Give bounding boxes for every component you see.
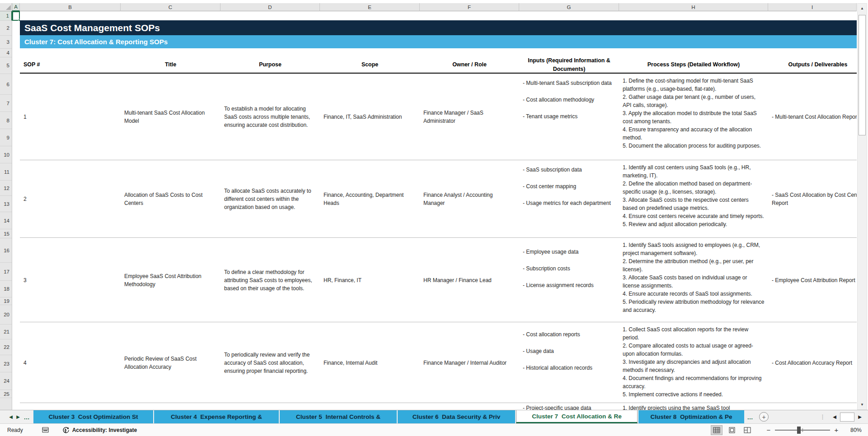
header-owner-role[interactable]: Owner / Role (420, 57, 519, 73)
row-header[interactable]: 23 (0, 355, 12, 372)
column-header[interactable]: C (121, 3, 221, 11)
cell-process-steps[interactable]: 1. Identify all cost centers using SaaS … (619, 160, 768, 238)
row-header[interactable]: 8 (0, 112, 12, 129)
selected-cell-a1[interactable] (12, 11, 20, 21)
column-header[interactable]: G (519, 3, 619, 11)
cell-inputs[interactable]: - Cost allocation reports- Usage data- H… (519, 322, 619, 403)
zoom-in-button[interactable]: + (833, 426, 840, 434)
row-header[interactable]: 13 (0, 196, 12, 212)
row-header[interactable]: 1 (0, 11, 12, 21)
cell-process-steps[interactable]: 1. Identify SaaS tools assigned to emplo… (619, 238, 768, 322)
cell-inputs[interactable]: - Multi-tenant SaaS subscription data- C… (519, 74, 619, 160)
scroll-down-icon[interactable]: ▼ (858, 400, 866, 409)
row-header[interactable]: 7 (0, 95, 12, 112)
row-header[interactable]: 5 (0, 57, 12, 74)
cell-outputs[interactable]: - SaaS Cost Allocation by Cost Center Re… (768, 160, 857, 238)
cell-title[interactable]: Allocation of SaaS Costs to Cost Centers (121, 160, 221, 238)
cell-title[interactable]: Periodic Review of SaaS Cost Allocation … (121, 322, 221, 403)
row-header[interactable]: 2 (0, 21, 12, 36)
cell-owner[interactable]: HR Manager / Finance Lead (420, 238, 519, 322)
sheet-tab-cluster-8[interactable]: Cluster 8 Optimization & Pe (638, 410, 744, 423)
column-header[interactable]: F (420, 3, 519, 11)
cell-scope[interactable]: Finance, IT, SaaS Administration (320, 74, 420, 160)
row-header[interactable]: 4 (0, 49, 12, 57)
cell-outputs[interactable]: - Cost Allocation Accuracy Report (768, 322, 857, 403)
column-header[interactable]: I (768, 3, 857, 11)
vertical-scrollbar[interactable]: ▲ ▼ (857, 3, 867, 410)
header-title[interactable]: Title (121, 57, 221, 73)
hscroll-right-icon[interactable]: ▶ (855, 410, 864, 423)
zoom-out-button[interactable]: − (765, 426, 772, 434)
cell-scope[interactable]: Finance, Internal Audit (320, 322, 420, 403)
scroll-up-icon[interactable]: ▲ (858, 4, 866, 13)
cell-purpose[interactable]: To periodically review and verify the ac… (221, 322, 320, 403)
cell-owner[interactable]: Finance Manager / Internal Auditor (420, 322, 519, 403)
macro-record-icon[interactable] (42, 427, 49, 433)
cell-sop-number[interactable]: 3 (20, 238, 121, 322)
column-header[interactable]: A (12, 3, 20, 11)
cell-outputs[interactable]: - Multi-tenant Cost Allocation Report (768, 74, 857, 160)
cell-owner[interactable]: Finance Manager / SaaS Administrator (420, 74, 519, 160)
row-header[interactable]: 12 (0, 181, 12, 196)
header-purpose[interactable]: Purpose (221, 57, 320, 73)
cell-title[interactable]: Employee SaaS Cost Attribution Methodolo… (121, 238, 221, 322)
column-header[interactable]: H (619, 3, 768, 11)
header-sop-number[interactable]: SOP # (20, 57, 121, 73)
row-header[interactable]: 11 (0, 163, 12, 181)
sheet-tab-cluster-3[interactable]: Cluster 3 Cost Optimization St (33, 410, 153, 423)
cell-sop-number[interactable]: 1 (20, 74, 121, 160)
normal-view-button[interactable] (711, 425, 723, 435)
row-header[interactable]: 3 (0, 36, 12, 49)
sheet-area[interactable]: SaaS Cost Management SOPs Cluster 7: Cos… (12, 11, 857, 410)
row-header[interactable]: 25 (0, 390, 12, 398)
cell-scope[interactable]: Finance, Accounting, Department Heads (320, 160, 420, 238)
sheet-tab-cluster-7-active[interactable]: Cluster 7 Cost Allocation & Re (516, 410, 638, 423)
zoom-slider-thumb[interactable] (797, 427, 801, 434)
tabs-scroll-right-icon[interactable]: ▶ (14, 410, 22, 423)
row-header[interactable]: 20 (0, 305, 12, 325)
row-header[interactable]: 14 (0, 212, 12, 229)
column-header[interactable]: D (221, 3, 320, 11)
row-header[interactable]: 22 (0, 339, 12, 355)
cell-sop-number[interactable]: 2 (20, 160, 121, 238)
column-header[interactable]: B (20, 3, 121, 11)
accessibility-status-button[interactable]: Accessibility: Investigate (62, 427, 137, 434)
cell-scope[interactable]: HR, Finance, IT (320, 238, 420, 322)
hscroll-left-icon[interactable]: ◀ (830, 410, 839, 423)
sheet-tab-cluster-5[interactable]: Cluster 5 Internal Controls & (280, 410, 397, 423)
cell-inputs[interactable]: - SaaS subscription data- Cost center ma… (519, 160, 619, 238)
page-layout-view-button[interactable] (726, 425, 738, 435)
row-header[interactable]: 19 (0, 297, 12, 305)
row-header[interactable]: 15 (0, 229, 12, 238)
cell-outputs[interactable]: - Employee Cost Attribution Report (768, 238, 857, 322)
row-header[interactable]: 18 (0, 281, 12, 297)
cell-inputs[interactable]: - Employee usage data- Subscription cost… (519, 238, 619, 322)
sheet-tab-cluster-6[interactable]: Cluster 6 Data Security & Priv (398, 410, 515, 423)
row-header[interactable]: 9 (0, 129, 12, 146)
cell-process-steps[interactable]: 1. Define the cost-sharing model for mul… (619, 74, 768, 160)
cell-purpose[interactable]: To define a clear methodology for attrib… (221, 238, 320, 322)
horizontal-scroll-thumb[interactable] (840, 413, 854, 422)
header-scope[interactable]: Scope (320, 57, 420, 73)
row-header[interactable]: 24 (0, 372, 12, 390)
sheet-tab-cluster-4[interactable]: Cluster 4 Expense Reporting & (154, 410, 279, 423)
zoom-slider[interactable] (775, 427, 830, 434)
row-header[interactable]: 6 (0, 74, 12, 95)
cell-process-steps[interactable]: 1. Collect SaaS cost allocation reports … (619, 322, 768, 403)
sheet-title-bar[interactable]: SaaS Cost Management SOPs (20, 20, 857, 35)
row-header[interactable]: 10 (0, 146, 12, 163)
new-sheet-button[interactable]: + (759, 412, 769, 422)
cell-title[interactable]: Multi-tenant SaaS Cost Allocation Model (121, 74, 221, 160)
cell-inputs-partial[interactable]: - Project-specific usage data (519, 403, 619, 410)
cell-process-steps-partial[interactable]: 1. Identify projects using the same SaaS… (619, 403, 768, 410)
cell-sop-number[interactable]: 4 (20, 322, 121, 403)
cluster-subtitle-bar[interactable]: Cluster 7: Cost Allocation & Reporting S… (20, 35, 857, 48)
tabs-overflow-right-icon[interactable]: … (745, 410, 755, 423)
select-all-corner[interactable] (0, 3, 12, 11)
row-header[interactable]: 17 (0, 263, 12, 281)
tabs-scroll-left-icon[interactable]: ◀ (7, 410, 14, 423)
header-process-steps[interactable]: Process Steps (Detailed Workflow) (619, 57, 768, 73)
column-header[interactable]: E (320, 3, 420, 11)
tabs-overflow-left-icon[interactable]: … (22, 410, 32, 423)
zoom-percentage[interactable]: 80% (845, 427, 862, 433)
